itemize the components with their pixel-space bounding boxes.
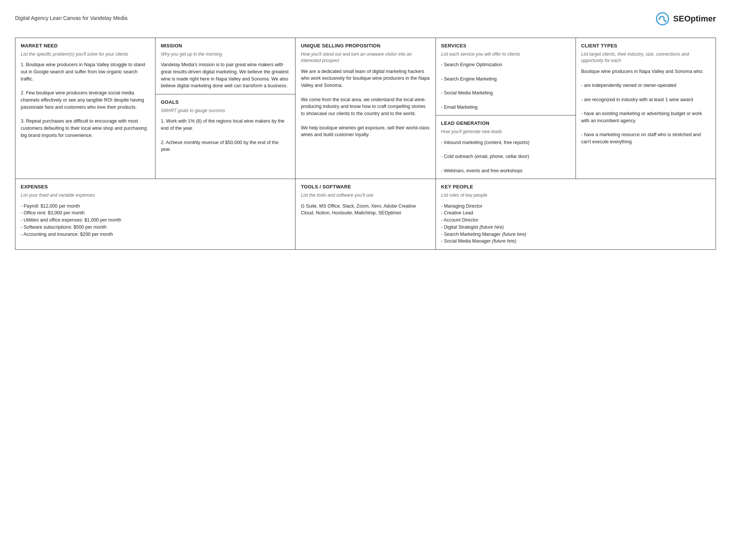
market-need-title: MARKET NEED: [21, 42, 150, 50]
logo-icon: [655, 11, 670, 26]
lead-generation-subtitle: How you'll generate new leads: [441, 129, 570, 135]
mission-subtitle: Why you get up in the morning: [161, 51, 290, 58]
expenses-content: - Payroll: $12,000 per month - Office re…: [21, 203, 290, 238]
svg-point-1: [659, 18, 661, 20]
tools-cell: TOOLS / SOFTWARE List the tools and soft…: [295, 179, 436, 250]
goals-title: GOALS: [161, 99, 290, 106]
key-people-cell: KEY PEOPLE List roles of key people - Ma…: [436, 179, 716, 250]
lead-generation-title: LEAD GENERATION: [441, 120, 570, 127]
svg-point-0: [656, 13, 669, 25]
client-types-cell: CLIENT TYPES List target clients, their …: [576, 38, 716, 179]
logo: SEOptimer: [655, 11, 716, 26]
usp-title: UNIQUE SELLING PROPOSITION: [301, 42, 430, 50]
services-content: - Search Engine Optimization - Search En…: [441, 61, 570, 111]
mission-section: MISSION Why you get up in the morning Va…: [155, 38, 295, 94]
client-types-subtitle: List target clients, their industry, siz…: [581, 51, 710, 64]
tools-content: G Suite, MS Office, Slack, Zoom, Xero, A…: [301, 203, 430, 217]
canvas-top-row: MARKET NEED List the specific problem(s)…: [15, 38, 716, 179]
usp-subtitle: How you'll stand out and turn an unaware…: [301, 51, 430, 64]
services-section: SERVICES List each service you will offe…: [436, 38, 576, 115]
key-people-content: - Managing Director - Creative Lead - Ac…: [441, 203, 710, 245]
lean-canvas-table: MARKET NEED List the specific problem(s)…: [15, 38, 716, 250]
usp-content: We are a dedicated small team of digital…: [301, 68, 430, 139]
logo-text: SEOptimer: [673, 14, 716, 24]
expenses-subtitle: List your fixed and variable expenses: [21, 192, 290, 199]
goals-section: GOALS SMART goals to gauge success 1. Wo…: [155, 94, 295, 158]
expenses-title: EXPENSES: [21, 184, 290, 191]
tools-title: TOOLS / SOFTWARE: [301, 184, 430, 191]
mission-content: Vandelay Media's mission is to pair grea…: [161, 61, 290, 90]
services-lead-cell: SERVICES List each service you will offe…: [436, 38, 576, 179]
lead-generation-section: LEAD GENERATION How you'll generate new …: [436, 115, 576, 179]
page-title: Digital Agency Lean Canvas for Vandelay …: [15, 15, 128, 21]
mission-title: MISSION: [161, 42, 290, 50]
tools-subtitle: List the tools and software you'll use: [301, 192, 430, 199]
usp-cell: UNIQUE SELLING PROPOSITION How you'll st…: [295, 38, 436, 179]
key-people-title: KEY PEOPLE: [441, 184, 710, 191]
market-need-subtitle: List the specific problem(s) you'll solv…: [21, 51, 150, 58]
services-title: SERVICES: [441, 42, 570, 50]
page-header: Digital Agency Lean Canvas for Vandelay …: [15, 11, 716, 26]
market-need-content: 1. Boutique wine producers in Napa Valle…: [21, 61, 150, 139]
mission-goals-cell: MISSION Why you get up in the morning Va…: [155, 38, 295, 179]
goals-content: 1. Work with 1% (6) of the regions local…: [161, 118, 290, 153]
expenses-cell: EXPENSES List your fixed and variable ex…: [15, 179, 295, 250]
lead-generation-content: - Inbound marketing (content, free repor…: [441, 139, 570, 175]
market-need-cell: MARKET NEED List the specific problem(s)…: [15, 38, 155, 179]
svg-point-2: [665, 20, 667, 22]
key-people-subtitle: List roles of key people: [441, 192, 710, 199]
services-subtitle: List each service you will offer to clie…: [441, 51, 570, 58]
client-types-content: Boutique wine producers in Napa Valley a…: [581, 68, 710, 146]
canvas-bottom-row: EXPENSES List your fixed and variable ex…: [15, 179, 716, 250]
goals-subtitle: SMART goals to gauge success: [161, 108, 290, 114]
client-types-title: CLIENT TYPES: [581, 42, 710, 50]
